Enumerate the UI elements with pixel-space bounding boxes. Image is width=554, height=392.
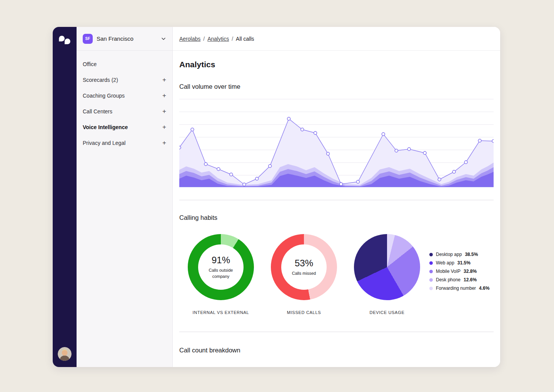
donut-center: 53% Calls missed — [281, 244, 327, 290]
legend-dot — [429, 270, 433, 273]
section-title-calling-habits: Calling habits — [179, 214, 494, 221]
internal-external-donut: 91% Calls outside company — [188, 234, 254, 300]
plus-icon[interactable]: + — [162, 108, 166, 115]
breadcrumb-current: All calls — [236, 36, 254, 42]
section-title-call-volume: Call volume over time — [179, 83, 494, 90]
app-window: SF San Francisco Office Scorecards (2) +… — [53, 27, 500, 367]
donut-value: 53% — [295, 258, 313, 269]
legend-item: Desk phone 12.6% — [429, 277, 489, 282]
section-title-call-count: Call count breakdown — [179, 347, 494, 354]
device-usage-chart: DEVICE USAGE — [345, 234, 429, 315]
workspace-selector[interactable]: SF San Francisco — [77, 27, 172, 51]
plus-icon[interactable]: + — [162, 76, 166, 83]
chart-caption: MISSED CALLS — [287, 310, 321, 315]
workspace-name: San Francisco — [97, 35, 157, 42]
sidebar-item-label: Scorecards (2) — [83, 77, 118, 83]
device-usage-legend: Desktop app 38.5% Web app 31.5% Mobile V… — [429, 234, 489, 315]
legend-label: Web app — [436, 260, 454, 266]
legend-label: Mobile VoIP — [436, 269, 461, 274]
sidebar-item-privacy-legal[interactable]: Privacy and Legal + — [77, 135, 172, 151]
plus-icon[interactable]: + — [162, 140, 166, 146]
legend-percent: 38.5% — [465, 252, 478, 257]
sidebar-item-label: Voice Intelligence — [83, 124, 128, 130]
breadcrumb-separator: / — [203, 36, 205, 42]
legend-item: Mobile VoIP 32.8% — [429, 269, 489, 274]
legend-dot — [429, 253, 433, 256]
legend-percent: 32.8% — [464, 269, 477, 274]
content-area: Analytics Call volume over time Calling … — [173, 51, 500, 367]
calling-habits-charts: 91% Calls outside company INTERNAL VS EX… — [179, 234, 494, 315]
legend-label: Forwarding number — [436, 286, 476, 291]
sidebar-item-label: Office — [83, 61, 97, 67]
donut-value: 91% — [212, 255, 230, 266]
missed-calls-donut: 53% Calls missed — [271, 234, 337, 300]
divider — [179, 200, 494, 200]
sidebar: SF San Francisco Office Scorecards (2) +… — [77, 27, 173, 367]
sidebar-item-label: Privacy and Legal — [83, 140, 125, 146]
legend-dot — [429, 287, 433, 290]
breadcrumb-link-aerolabs[interactable]: Aerolabs — [179, 36, 200, 42]
legend-item: Web app 31.5% — [429, 260, 489, 266]
legend-dot — [429, 261, 433, 265]
legend-percent: 31.5% — [457, 260, 471, 266]
main-panel: Aerolabs / Analytics / All calls Analyti… — [173, 27, 500, 367]
device-usage-pie — [354, 234, 420, 300]
sidebar-nav: Office Scorecards (2) + Coaching Groups … — [77, 51, 172, 156]
breadcrumb-link-analytics[interactable]: Analytics — [207, 36, 229, 42]
legend-label: Desk phone — [436, 277, 461, 282]
workspace-badge: SF — [83, 34, 93, 44]
sidebar-item-voice-intelligence[interactable]: Voice Intelligence + — [77, 119, 172, 135]
call-volume-chart — [179, 99, 494, 187]
internal-vs-external-chart: 91% Calls outside company INTERNAL VS EX… — [179, 234, 262, 315]
legend-percent: 12.6% — [464, 277, 477, 282]
missed-calls-chart: 53% Calls missed MISSED CALLS — [262, 234, 345, 315]
icon-rail — [53, 27, 77, 367]
legend-percent: 4.6% — [479, 286, 489, 291]
legend-dot — [429, 278, 433, 282]
legend-label: Desktop app — [436, 252, 462, 257]
sidebar-item-call-centers[interactable]: Call Centers + — [77, 103, 172, 119]
page-title: Analytics — [179, 60, 494, 69]
plus-icon[interactable]: + — [162, 92, 166, 99]
legend-item: Forwarding number 4.6% — [429, 286, 489, 291]
breadcrumb: Aerolabs / Analytics / All calls — [173, 27, 500, 51]
user-avatar[interactable] — [58, 347, 72, 361]
chevron-down-icon — [161, 36, 166, 42]
plus-icon[interactable]: + — [162, 124, 166, 130]
sidebar-item-label: Coaching Groups — [83, 93, 125, 99]
chart-caption: INTERNAL VS EXTERNAL — [193, 310, 249, 315]
dialpad-logo-icon[interactable] — [58, 35, 71, 45]
legend-item: Desktop app 38.5% — [429, 252, 489, 257]
sidebar-item-label: Call Centers — [83, 108, 112, 115]
divider — [179, 332, 494, 332]
chart-caption: DEVICE USAGE — [370, 310, 405, 315]
donut-label: Calls missed — [286, 271, 322, 276]
breadcrumb-separator: / — [232, 36, 233, 42]
donut-center: 91% Calls outside company — [198, 244, 244, 290]
sidebar-item-office[interactable]: Office — [77, 56, 172, 72]
sidebar-item-coaching-groups[interactable]: Coaching Groups + — [77, 88, 172, 103]
donut-label: Calls outside company — [203, 267, 239, 279]
sidebar-item-scorecards[interactable]: Scorecards (2) + — [77, 72, 172, 88]
